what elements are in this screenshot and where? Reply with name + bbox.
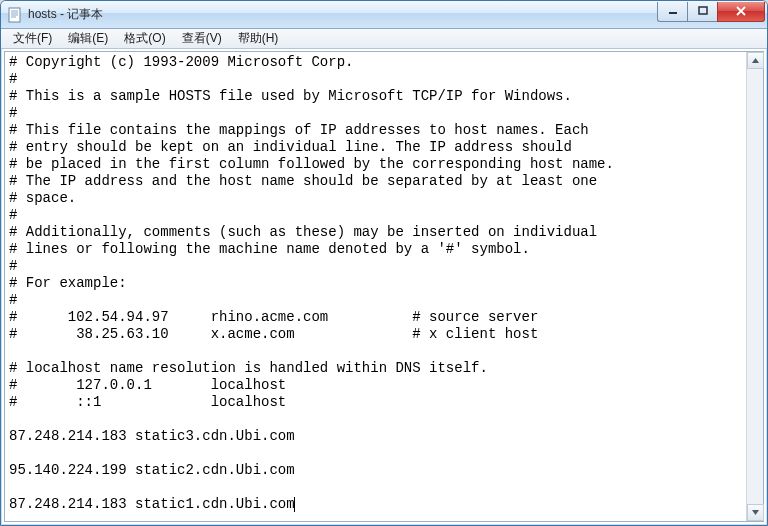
chevron-down-icon — [752, 510, 759, 515]
minimize-button[interactable] — [657, 2, 687, 22]
close-button[interactable] — [717, 2, 765, 22]
svg-rect-5 — [669, 12, 677, 14]
notepad-window: hosts - 记事本 文件(F) 编辑(E) 格式(O) 查看(V) 帮助(H… — [0, 0, 768, 526]
maximize-button[interactable] — [687, 2, 717, 22]
text-editor[interactable]: # Copyright (c) 1993-2009 Microsoft Corp… — [5, 52, 746, 521]
svg-marker-10 — [752, 510, 759, 515]
menu-file[interactable]: 文件(F) — [5, 28, 60, 49]
window-title: hosts - 记事本 — [28, 6, 657, 23]
menu-help[interactable]: 帮助(H) — [230, 28, 287, 49]
menu-edit[interactable]: 编辑(E) — [60, 28, 116, 49]
svg-rect-6 — [699, 7, 707, 14]
chevron-up-icon — [752, 58, 759, 63]
titlebar[interactable]: hosts - 记事本 — [1, 1, 767, 29]
menu-view[interactable]: 查看(V) — [174, 28, 230, 49]
scroll-up-button[interactable] — [747, 52, 764, 69]
vertical-scrollbar[interactable] — [746, 52, 763, 521]
scroll-down-button[interactable] — [747, 504, 764, 521]
client-area: # Copyright (c) 1993-2009 Microsoft Corp… — [4, 51, 764, 522]
menubar: 文件(F) 编辑(E) 格式(O) 查看(V) 帮助(H) — [1, 29, 767, 49]
menu-format[interactable]: 格式(O) — [116, 28, 173, 49]
close-icon — [735, 6, 747, 16]
minimize-icon — [668, 6, 678, 16]
notepad-icon — [7, 7, 23, 23]
editor-content: # Copyright (c) 1993-2009 Microsoft Corp… — [9, 54, 614, 512]
svg-marker-9 — [752, 58, 759, 63]
window-controls — [657, 2, 765, 22]
text-cursor — [294, 497, 295, 512]
maximize-icon — [698, 6, 708, 16]
